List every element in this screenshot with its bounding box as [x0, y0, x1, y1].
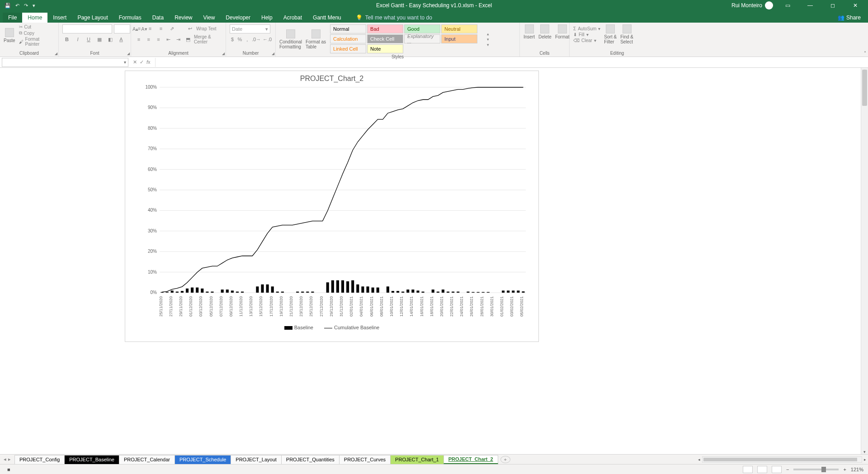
zoom-out-button[interactable]: −	[786, 467, 789, 472]
style-good[interactable]: Good	[404, 24, 440, 33]
sheet-tab-curves[interactable]: PROJECT_Curves	[339, 455, 391, 464]
tell-me[interactable]: 💡 Tell me what you want to do	[352, 14, 436, 23]
tab-acrobat[interactable]: Acrobat	[278, 13, 307, 23]
zoom-knob[interactable]	[821, 467, 826, 472]
page-layout-view-button[interactable]	[757, 466, 767, 473]
comma-format-icon[interactable]: ,	[245, 35, 250, 43]
zoom-level[interactable]: 121%	[851, 467, 863, 472]
align-bottom-icon[interactable]: ≡	[156, 24, 165, 33]
percent-format-icon[interactable]: %	[237, 35, 242, 43]
fx-icon[interactable]: fx	[146, 59, 151, 65]
redo-icon[interactable]: ↷	[24, 3, 28, 9]
tab-file[interactable]: File	[3, 13, 22, 23]
format-as-table-button[interactable]: Format as Table	[306, 29, 326, 49]
clear-button[interactable]: ⌫ Clear ▾	[573, 38, 600, 43]
close-icon[interactable]: ✕	[847, 2, 863, 9]
styles-more-icon[interactable]: ▾	[487, 43, 489, 47]
sheet-tab-schedule[interactable]: PROJECT_Schedule	[175, 455, 231, 464]
undo-icon[interactable]: ↶	[15, 3, 19, 9]
align-right-icon[interactable]: ≡	[155, 35, 163, 43]
hscroll-right-icon[interactable]: ▸	[862, 457, 868, 462]
merge-center-button[interactable]: ⬒	[184, 35, 192, 43]
styles-scroll-up-icon[interactable]: ▴	[487, 32, 489, 36]
save-icon[interactable]: 💾	[5, 3, 11, 9]
tab-pagelayout[interactable]: Page Layout	[72, 13, 113, 23]
sheet-tab-quantities[interactable]: PROJECT_Quantities	[281, 455, 340, 464]
sheet-tab-config[interactable]: PROJECT_Config	[14, 455, 65, 464]
tab-view[interactable]: View	[198, 13, 221, 23]
vertical-scrollbar[interactable]: ▴ ▾	[861, 68, 868, 454]
horizontal-scrollbar[interactable]: ◂ ▸	[696, 456, 868, 463]
macro-record-icon[interactable]: ■	[7, 467, 10, 472]
account-user[interactable]: Rui Monteiro	[731, 1, 773, 9]
tab-ganttmenu[interactable]: Gantt Menu	[307, 13, 347, 23]
number-dialog-launcher-icon[interactable]: ◢	[272, 52, 274, 56]
sheet-tab-chart2[interactable]: PROJECT_Chart_2	[443, 455, 498, 464]
hscroll-track[interactable]	[702, 456, 862, 463]
style-calculation[interactable]: Calculation	[330, 34, 366, 43]
paste-button[interactable]: Paste	[4, 28, 15, 43]
page-break-view-button[interactable]	[772, 466, 782, 473]
cut-button[interactable]: ✂ Cut	[19, 24, 55, 29]
number-format-dropdown[interactable]: Date▾	[230, 24, 270, 33]
worksheet-area[interactable]: PROJECT_Chart_2 0%10%20%30%40%50%60%70%8…	[0, 68, 868, 454]
font-size-input[interactable]	[114, 24, 130, 33]
sheet-tab-layout[interactable]: PROJECT_Layout	[231, 455, 281, 464]
tab-developer[interactable]: Developer	[220, 13, 256, 23]
tab-help[interactable]: Help	[256, 13, 278, 23]
scroll-down-icon[interactable]: ▾	[861, 450, 868, 454]
font-family-input[interactable]	[62, 24, 112, 33]
sheet-nav-next-icon[interactable]: ▸	[8, 456, 11, 462]
style-checkcell[interactable]: Check Cell	[367, 34, 403, 43]
hscroll-thumb[interactable]	[703, 458, 857, 461]
sheet-tab-calendar[interactable]: PROJECT_Calendar	[119, 455, 175, 464]
sort-filter-button[interactable]: Sort & Filter	[604, 24, 617, 44]
wrap-text-button[interactable]: ↩	[185, 24, 194, 33]
sheet-tab-baseline[interactable]: PROJECT_Baseline	[64, 455, 119, 464]
style-normal[interactable]: Normal	[330, 24, 366, 33]
style-input[interactable]: Input	[441, 34, 477, 43]
styles-scroll-down-icon[interactable]: ▾	[487, 37, 489, 42]
fill-button[interactable]: ⬇ Fill ▾	[573, 32, 600, 37]
insert-cells-button[interactable]: Insert	[524, 24, 535, 39]
style-neutral[interactable]: Neutral	[441, 24, 477, 33]
decrease-indent-icon[interactable]: ⇤	[164, 35, 172, 43]
zoom-slider[interactable]	[793, 469, 839, 470]
tab-review[interactable]: Review	[169, 13, 198, 23]
font-dialog-launcher-icon[interactable]: ◢	[127, 52, 130, 56]
underline-button[interactable]: U	[84, 35, 93, 43]
hscroll-left-icon[interactable]: ◂	[696, 457, 702, 462]
accounting-format-icon[interactable]: $	[230, 35, 235, 43]
style-linkedcell[interactable]: Linked Cell	[330, 44, 366, 53]
style-bad[interactable]: Bad	[367, 24, 403, 33]
style-note[interactable]: Note	[367, 44, 403, 53]
align-middle-icon[interactable]: ≡	[146, 24, 155, 33]
name-box[interactable]: ▾	[2, 58, 128, 67]
style-explanatory[interactable]: Explanatory ...	[404, 34, 440, 43]
conditional-formatting-button[interactable]: Conditional Formatting	[279, 29, 302, 49]
cancel-formula-icon[interactable]: ✕	[133, 59, 137, 65]
zoom-in-button[interactable]: +	[843, 467, 846, 472]
decrease-decimal-icon[interactable]: ←.0	[263, 35, 272, 43]
new-sheet-button[interactable]: +	[500, 456, 510, 463]
tab-insert[interactable]: Insert	[47, 13, 72, 23]
delete-cells-button[interactable]: Delete	[538, 24, 552, 39]
borders-button[interactable]: ▦	[95, 35, 104, 43]
autosum-button[interactable]: Σ AutoSum ▾	[573, 26, 600, 31]
clipboard-dialog-launcher-icon[interactable]: ◢	[55, 52, 57, 56]
normal-view-button[interactable]	[743, 466, 753, 473]
ribbon-display-options-icon[interactable]: ▭	[779, 2, 796, 9]
italic-button[interactable]: I	[73, 35, 82, 43]
fill-color-button[interactable]: ◧	[106, 35, 115, 43]
copy-button[interactable]: ⧉ Copy	[19, 30, 55, 36]
bold-button[interactable]: B	[62, 35, 71, 43]
scroll-thumb[interactable]	[862, 70, 867, 106]
increase-decimal-icon[interactable]: .0→	[252, 35, 261, 43]
align-top-icon[interactable]: ≡	[135, 24, 144, 33]
font-color-button[interactable]: A	[117, 35, 126, 43]
align-left-icon[interactable]: ≡	[135, 35, 143, 43]
maximize-icon[interactable]: ◻	[825, 2, 841, 9]
find-select-button[interactable]: Find & Select	[620, 24, 633, 44]
collapse-ribbon-icon[interactable]: ˄	[864, 51, 866, 56]
minimize-icon[interactable]: —	[802, 2, 818, 9]
